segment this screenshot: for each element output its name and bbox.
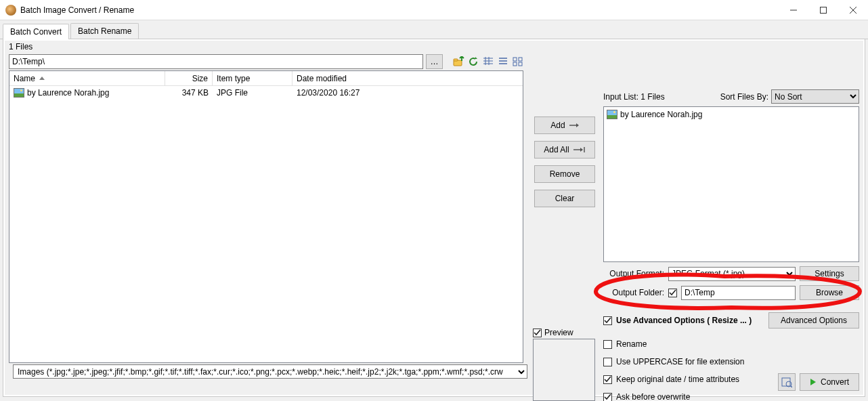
svg-rect-16: [513, 62, 517, 66]
input-list-item-name: by Laurence Norah.jpg: [620, 110, 702, 119]
tab-label: Batch Rename: [78, 26, 131, 36]
image-file-icon: [607, 110, 617, 119]
view-details-icon[interactable]: [482, 56, 494, 68]
arrow-all-right-icon: [573, 147, 586, 152]
file-name: by Laurence Norah.jpg: [27, 88, 109, 98]
output-folder-label: Output Folder:: [603, 288, 664, 297]
view-list-icon[interactable]: [497, 56, 509, 68]
arrow-right-icon: [569, 123, 579, 128]
input-list-item[interactable]: by Laurence Norah.jpg: [605, 108, 857, 121]
tab-label: Batch Convert: [10, 27, 62, 37]
col-type[interactable]: Item type: [213, 71, 292, 85]
settings-button[interactable]: Settings: [800, 266, 859, 281]
preview-button[interactable]: [778, 373, 796, 391]
file-size: 347 KB: [182, 88, 209, 98]
rename-label: Rename: [616, 339, 647, 349]
path-input[interactable]: [9, 54, 423, 69]
file-count-label: 1 Files: [5, 41, 863, 53]
uppercase-checkbox[interactable]: [603, 358, 612, 366]
col-name[interactable]: Name: [9, 71, 165, 85]
uppercase-checkbox-row[interactable]: Use UPPERCASE for file extension: [603, 357, 859, 366]
sort-files-combo[interactable]: No Sort: [771, 89, 859, 104]
output-format-combo[interactable]: JPEG Format (*.jpg): [668, 267, 796, 281]
add-button[interactable]: Add: [534, 117, 595, 134]
tab-batch-rename[interactable]: Batch Rename: [70, 23, 139, 39]
remove-button[interactable]: Remove: [534, 165, 595, 183]
svg-rect-5: [454, 59, 458, 61]
up-folder-icon[interactable]: [452, 56, 464, 68]
image-file-icon: [14, 88, 24, 98]
sort-files-label: Sort Files By:: [720, 92, 768, 102]
output-folder-input[interactable]: [681, 286, 796, 300]
output-format-label: Output Format:: [603, 269, 664, 278]
askoverwrite-checkbox[interactable]: [603, 393, 612, 402]
keepdate-label: Keep original date / time attributes: [616, 375, 739, 384]
advanced-checkbox[interactable]: [603, 316, 612, 325]
add-all-button[interactable]: Add All: [534, 141, 595, 159]
preview-icon: [781, 377, 792, 387]
svg-line-23: [791, 386, 792, 387]
askoverwrite-checkbox-row[interactable]: Ask before overwrite: [603, 392, 859, 401]
preview-box: [533, 339, 595, 401]
advanced-label: Use Advanced Options ( Resize ... ): [616, 316, 764, 325]
keepdate-checkbox[interactable]: [603, 375, 612, 384]
svg-rect-1: [821, 7, 827, 13]
ellipsis-icon: …: [431, 57, 439, 66]
view-thumbnails-icon[interactable]: [512, 56, 524, 68]
convert-button[interactable]: Convert: [800, 373, 859, 391]
minimize-button[interactable]: [779, 0, 808, 20]
browse-button[interactable]: …: [426, 54, 443, 69]
advanced-options-button[interactable]: Advanced Options: [768, 312, 859, 329]
svg-rect-14: [513, 58, 517, 61]
svg-rect-15: [519, 58, 522, 61]
clear-button[interactable]: Clear: [534, 190, 595, 207]
rename-checkbox[interactable]: [603, 340, 612, 349]
rename-checkbox-row[interactable]: Rename: [603, 339, 859, 349]
input-list[interactable]: by Laurence Norah.jpg: [603, 106, 859, 262]
preview-checkbox[interactable]: [533, 329, 542, 337]
file-type: JPG File: [217, 88, 248, 98]
preview-label: Preview: [544, 328, 573, 337]
refresh-icon[interactable]: [467, 56, 479, 68]
filter-combo[interactable]: Images (*.jpg;*.jpe;*.jpeg;*.jfif;*.bmp;…: [13, 364, 527, 379]
close-button[interactable]: [838, 0, 868, 20]
uppercase-label: Use UPPERCASE for file extension: [616, 357, 744, 366]
col-date[interactable]: Date modified: [292, 71, 523, 85]
file-row[interactable]: by Laurence Norah.jpg 347 KB JPG File 12…: [9, 86, 523, 100]
col-size[interactable]: Size: [165, 71, 213, 85]
file-list[interactable]: Name Size Item type Date modified by Lau…: [9, 70, 523, 363]
input-list-label: Input List: 1 Files: [603, 92, 665, 102]
play-icon: [810, 378, 817, 386]
askoverwrite-label: Ask before overwrite: [616, 392, 690, 401]
tab-batch-convert[interactable]: Batch Convert: [3, 24, 69, 39]
maximize-button[interactable]: [808, 0, 838, 20]
svg-rect-17: [519, 62, 522, 66]
preview-checkbox-row[interactable]: Preview: [533, 328, 601, 337]
window-title: Batch Image Convert / Rename: [20, 5, 779, 15]
output-folder-checkbox[interactable]: [668, 289, 677, 297]
browse-folder-button[interactable]: Browse: [800, 285, 859, 300]
app-icon: [5, 5, 16, 16]
file-date: 12/03/2020 16:27: [297, 88, 360, 98]
